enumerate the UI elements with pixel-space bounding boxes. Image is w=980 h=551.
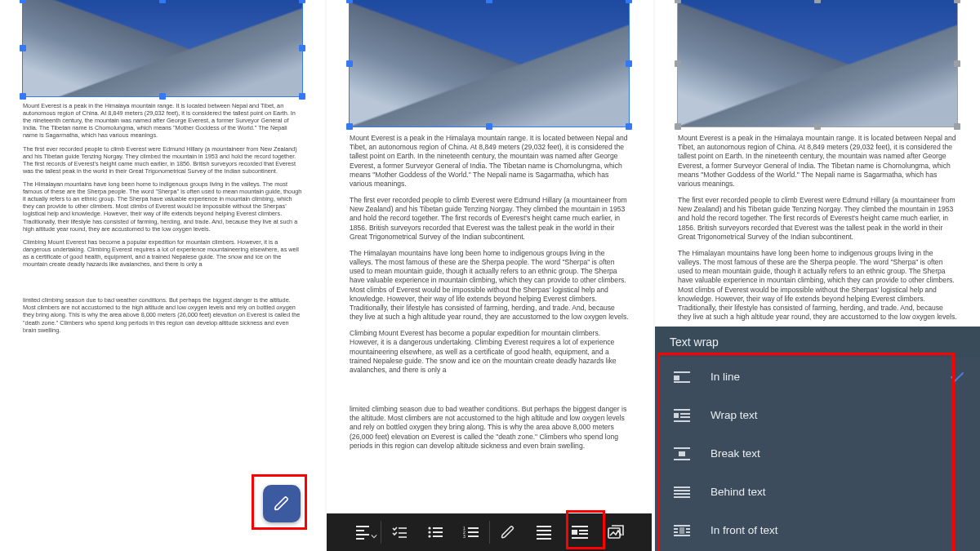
svg-rect-29 [674, 447, 690, 449]
doc-paragraph: Mount Everest is a peak in the Himalaya … [23, 102, 302, 140]
doc-paragraph: The first ever recorded people to climb … [23, 145, 302, 175]
svg-rect-26 [680, 413, 690, 415]
doc-image-mountain[interactable] [23, 0, 302, 96]
svg-point-7 [428, 535, 430, 537]
bulleted-list-button[interactable] [417, 513, 453, 551]
front-icon [673, 525, 691, 536]
bullet-list-icon [428, 527, 443, 538]
option-label: Break text [710, 447, 929, 460]
svg-rect-36 [674, 525, 690, 527]
option-label: In front of text [710, 524, 929, 536]
option-label: Behind text [710, 486, 929, 498]
doc-paragraph: Mount Everest is a peak in the Himalaya … [678, 134, 957, 189]
svg-rect-25 [674, 413, 679, 418]
svg-rect-35 [674, 496, 690, 498]
option-label: In line [710, 371, 929, 383]
svg-rect-39 [679, 527, 684, 534]
doc-paragraph: The Himalayan mountains have long been h… [23, 180, 302, 233]
doc-paragraph: The first ever recorded people to climb … [678, 196, 957, 242]
svg-rect-23 [674, 381, 690, 383]
ink-button[interactable] [490, 513, 526, 551]
doc-paragraph: The Himalayan mountains have long been h… [350, 249, 629, 322]
svg-rect-14 [468, 535, 479, 537]
svg-rect-38 [686, 528, 690, 530]
doc-paragraph: limited climbing season due to bad weath… [350, 405, 629, 451]
doc-paragraph: Mount Everest is a peak in the Himalaya … [350, 134, 629, 189]
doc-paragraph: Climbing Mount Everest has become a popu… [23, 238, 302, 268]
doc-paragraph: Climbing Mount Everest has become a popu… [350, 329, 629, 375]
svg-rect-34 [674, 493, 690, 495]
panel-title: Text wrap [655, 327, 980, 358]
doc-image-mountain[interactable] [678, 0, 957, 127]
format-toolbar: 1 2 3 [327, 513, 652, 551]
checklist-icon [392, 527, 407, 538]
break-icon [673, 447, 691, 460]
numbered-list-icon: 1 2 3 [463, 527, 479, 538]
svg-rect-33 [674, 490, 690, 491]
svg-rect-30 [679, 451, 685, 456]
text-wrap-icon [572, 526, 588, 539]
svg-rect-18 [579, 533, 588, 535]
svg-rect-17 [579, 530, 588, 531]
chevron-down-icon [371, 533, 377, 540]
svg-rect-8 [433, 535, 443, 537]
doc-paragraph: limited climbing season due to bad weath… [23, 296, 302, 334]
svg-rect-31 [674, 459, 690, 460]
align-button[interactable] [345, 513, 381, 551]
svg-text:3: 3 [463, 534, 466, 538]
svg-point-3 [428, 527, 430, 529]
edit-fab[interactable] [263, 485, 301, 522]
svg-rect-19 [572, 537, 588, 539]
line-spacing-button[interactable] [526, 513, 562, 551]
svg-rect-27 [680, 416, 690, 418]
svg-rect-28 [674, 420, 690, 422]
option-label: Wrap text [710, 409, 929, 421]
inline-icon [673, 371, 691, 383]
text-wrap-option-inline[interactable]: In line [655, 358, 980, 396]
svg-rect-22 [674, 375, 679, 380]
checklist-button[interactable] [381, 513, 417, 551]
svg-rect-37 [674, 528, 678, 530]
svg-rect-15 [572, 526, 588, 527]
text-wrap-option-front[interactable]: In front of text [655, 511, 980, 549]
image-options-button[interactable] [598, 513, 634, 551]
svg-rect-4 [433, 527, 443, 529]
svg-rect-40 [674, 531, 678, 533]
doc-paragraph: The first ever recorded people to climb … [350, 196, 629, 242]
svg-rect-21 [674, 371, 690, 373]
svg-point-5 [428, 531, 430, 533]
svg-rect-24 [674, 409, 690, 411]
text-wrap-panel: Text wrap In line [655, 327, 980, 551]
check-icon [949, 371, 965, 383]
text-wrap-option-behind[interactable]: Behind text [655, 473, 980, 511]
doc-paragraph: The Himalayan mountains have long been h… [678, 249, 957, 322]
svg-rect-16 [572, 530, 577, 535]
svg-rect-10 [468, 527, 479, 529]
svg-rect-41 [686, 531, 690, 533]
text-wrap-option-break[interactable]: Break text [655, 434, 980, 473]
pencil-icon [501, 525, 515, 540]
svg-rect-42 [674, 535, 690, 536]
svg-rect-12 [468, 531, 479, 533]
text-wrap-button[interactable] [562, 513, 598, 551]
pencil-icon [274, 495, 290, 512]
stacked-image-icon [608, 525, 624, 540]
numbered-list-button[interactable]: 1 2 3 [453, 513, 489, 551]
behind-icon [673, 487, 691, 498]
text-wrap-option-wrap[interactable]: Wrap text [655, 396, 980, 434]
svg-rect-32 [674, 487, 690, 488]
wrap-icon [673, 409, 691, 422]
doc-image-mountain[interactable] [350, 0, 629, 127]
svg-rect-6 [433, 531, 443, 533]
